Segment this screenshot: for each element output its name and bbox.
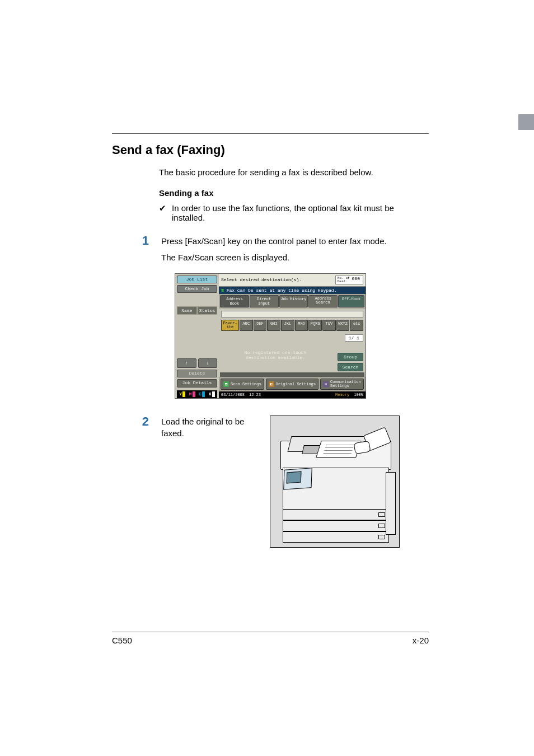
alpha-filter-row: Favor- ite ABC DEF GHI JKL MNO PQRS TUV …: [221, 320, 363, 331]
memory-label: Memory: [335, 393, 349, 397]
status-date: 03/11/2008: [221, 393, 245, 397]
memory-value: 100%: [354, 393, 363, 397]
screen-left-panel: Job List Check Job Name Status ↑ ↓ Delet…: [175, 274, 219, 398]
section-title: Send a fax (Faxing): [112, 143, 429, 157]
status-header: Status: [198, 307, 217, 314]
step-1-number: 1: [139, 235, 149, 247]
page-content: Send a fax (Faxing) The basic procedure …: [0, 0, 534, 645]
tab-address-book[interactable]: Address Book: [220, 295, 249, 307]
communication-settings-icon: ✉: [323, 381, 329, 387]
sub-banner-text: Fax can be sent at any time using keypad…: [227, 288, 337, 293]
header-rule: [112, 133, 429, 134]
empty-msg-line-2: destination available.: [219, 355, 332, 361]
name-status-header: Name Status: [177, 306, 217, 315]
toner-k: K: [209, 391, 212, 396]
side-tab-marker: [518, 114, 534, 130]
prerequisite-text: In order to use the fax functions, the o…: [172, 203, 429, 222]
alpha-def[interactable]: DEF: [254, 320, 267, 331]
intro-text: The basic procedure for sending a fax is…: [159, 167, 429, 177]
scan-settings-icon: ⬒: [223, 381, 229, 387]
job-details-button[interactable]: Job Details: [177, 379, 217, 387]
tab-direct-input[interactable]: Direct Input: [250, 295, 279, 307]
dest-count-box: No. of Dest. 000: [335, 276, 363, 284]
alpha-etc[interactable]: etc: [350, 320, 363, 331]
alpha-pqrs[interactable]: PQRS: [308, 320, 322, 331]
alpha-wxyz[interactable]: WXYZ: [336, 320, 350, 331]
phone-icon: ☎: [221, 288, 224, 293]
name-header: Name: [177, 307, 196, 314]
destination-list-area: 1/ 1 No registered one-touch destination…: [219, 331, 366, 372]
original-settings-icon: ◧: [269, 381, 274, 387]
checkmark-icon: ✔: [159, 203, 166, 222]
footer-right: x-20: [413, 636, 429, 645]
step-1: 1 Press [Fax/Scan] key on the control pa…: [139, 235, 429, 268]
group-button[interactable]: Group: [338, 353, 363, 361]
delete-button[interactable]: Delete: [177, 370, 217, 377]
scroll-up-button[interactable]: ↑: [177, 358, 196, 368]
search-button[interactable]: Search: [338, 363, 363, 371]
page-indicator: 1/ 1: [345, 334, 363, 342]
alpha-ghi[interactable]: GHI: [267, 320, 280, 331]
step-2: 2 Load the original to be faxed.: [139, 416, 429, 548]
screen-main-panel: Select desired destination(s). No. of De…: [219, 274, 366, 398]
job-list-button[interactable]: Job List: [177, 276, 217, 283]
status-time: 12:23: [249, 393, 261, 397]
main-tab-row: Address Book Direct Input Job History Ad…: [219, 294, 366, 309]
original-settings-button[interactable]: ◧ Original Settings: [266, 379, 318, 390]
step-1-text: Press [Fax/Scan] key on the control pane…: [161, 235, 387, 268]
sub-banner: ☎ Fax can be sent at any time using keyp…: [219, 287, 366, 294]
empty-msg-line-1: No registered one-touch: [219, 350, 332, 356]
scroll-down-button[interactable]: ↓: [198, 358, 218, 368]
printer-illustration: [270, 416, 400, 548]
check-job-button[interactable]: Check Job: [177, 285, 217, 293]
original-settings-label: Original Settings: [276, 382, 316, 386]
step-2-number: 2: [139, 416, 149, 428]
toner-c: C: [199, 391, 202, 396]
toner-y: Y: [179, 391, 182, 396]
communication-settings-button[interactable]: ✉ Communication Settings: [320, 379, 364, 390]
toner-indicator: Y M C K: [177, 390, 217, 398]
tab-off-hook[interactable]: Off-Hook: [338, 295, 364, 307]
footer-left: C550: [112, 636, 132, 645]
alpha-jkl[interactable]: JKL: [281, 320, 294, 331]
tab-address-search[interactable]: Address Search: [308, 295, 338, 307]
alpha-abc[interactable]: ABC: [240, 320, 253, 331]
divider-strip: [220, 372, 364, 377]
empty-list-message: No registered one-touch destination avai…: [219, 350, 332, 361]
fax-scan-screen: Job List Check Job Name Status ↑ ↓ Delet…: [175, 273, 366, 399]
status-bar: 03/11/2008 12:23 Memory 100%: [219, 391, 366, 398]
tab-job-history[interactable]: Job History: [279, 295, 308, 307]
alpha-favorite[interactable]: Favor- ite: [221, 320, 239, 331]
step-1-line-2: The Fax/Scan screen is displayed.: [161, 251, 387, 264]
sub-title: Sending a fax: [159, 188, 429, 198]
prerequisite-line: ✔ In order to use the fax functions, the…: [159, 203, 429, 222]
dest-label: No. of Dest.: [338, 277, 350, 283]
destination-field[interactable]: [221, 311, 363, 318]
bottom-button-row: ⬒ Scan Settings ◧ Original Settings ✉ Co…: [219, 377, 366, 391]
page-footer: C550 x-20: [112, 632, 429, 645]
top-banner-text: Select desired destination(s).: [221, 277, 333, 282]
step-2-text: Load the original to be faxed.: [161, 416, 251, 439]
step-1-line-1: Press [Fax/Scan] key on the control pane…: [161, 235, 387, 248]
alpha-mno[interactable]: MNO: [295, 320, 308, 331]
dest-count-value: 000: [352, 277, 360, 283]
toner-m: M: [189, 391, 192, 396]
alpha-tuv[interactable]: TUV: [322, 320, 336, 331]
hand-icon: [353, 431, 383, 455]
scan-settings-label: Scan Settings: [231, 382, 261, 386]
scan-settings-button[interactable]: ⬒ Scan Settings: [221, 379, 264, 390]
communication-settings-label: Communication Settings: [330, 380, 361, 388]
